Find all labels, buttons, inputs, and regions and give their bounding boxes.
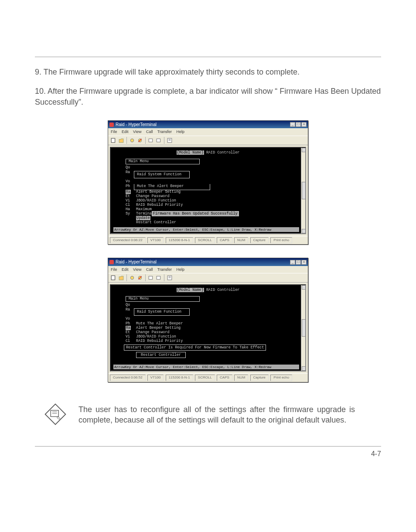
scrollbar[interactable]: ▴ ▾ (301, 148, 306, 233)
status-emulation: VT100 (147, 375, 164, 381)
maximize-button[interactable]: □ (296, 122, 301, 127)
open-icon[interactable] (118, 274, 125, 281)
menu-call[interactable]: Call (146, 267, 153, 272)
menu-transfer[interactable]: Transfer (157, 130, 172, 134)
status-connected: Connected 0:06:52 (110, 375, 146, 381)
minimize-button[interactable]: _ (290, 260, 295, 265)
svg-point-1 (130, 139, 133, 142)
menu-stubs: Qu Ra Raid System Function Vo Ph Mute Th… (126, 165, 303, 190)
scroll-up-icon[interactable]: ▴ (302, 285, 306, 290)
menubar: File Edit View Call Transfer Help (108, 128, 308, 135)
status-capture: Capture (250, 375, 269, 381)
status-capture: Capture (250, 237, 269, 244)
menubar: File Edit View Call Transfer Help (108, 266, 308, 273)
menu-edit[interactable]: Edit (122, 130, 129, 134)
item-maximum: Maximum (136, 207, 152, 211)
item-restart-controller: Restart Controller (136, 352, 186, 358)
close-button[interactable]: × (301, 122, 307, 127)
menu-file[interactable]: File (111, 267, 117, 272)
status-emulation: VT100 (147, 237, 164, 244)
properties-icon[interactable] (166, 274, 173, 281)
svg-rect-0 (111, 138, 115, 143)
terminal-area: ▴ ▾ {Model Name} RAID Controller Main Me… (110, 284, 306, 372)
svg-rect-5 (157, 139, 160, 142)
status-caps: CAPS (217, 375, 232, 381)
term-header: {Model Name} RAID Controller (113, 288, 303, 293)
note-icon (44, 402, 70, 429)
raid-system-function-box: Raid System Function (134, 171, 190, 178)
scrollbar[interactable]: ▴ ▾ (301, 285, 306, 371)
disconnect-icon[interactable] (136, 274, 143, 281)
controller-label: RAID Controller (204, 150, 240, 155)
status-baud: 115200 8-N-1 (166, 237, 193, 244)
svg-point-10 (130, 276, 133, 279)
receive-icon[interactable] (155, 137, 162, 144)
titlebar: Raid - HyperTerminal _ □ × (108, 258, 308, 266)
term-footer-hint: ArrowKey Or AZ:Move Cursor, Enter:Select… (113, 227, 299, 232)
status-scroll: SCROLL (195, 237, 215, 244)
minimize-button[interactable]: _ (290, 122, 295, 127)
new-icon[interactable] (110, 274, 117, 281)
item-jbod: JBOD/RAID Function (136, 334, 176, 339)
new-icon[interactable] (110, 137, 117, 144)
send-icon[interactable] (147, 137, 154, 144)
item-mute: Mute The Alert Beeper (137, 184, 207, 189)
properties-icon[interactable] (166, 137, 173, 144)
call-icon[interactable] (129, 274, 136, 281)
menu-help[interactable]: Help (177, 130, 185, 134)
restart-required-message: Restart Controller Is Required For New F… (124, 344, 266, 351)
menu-transfer[interactable]: Transfer (157, 267, 172, 272)
menu-edit[interactable]: Edit (122, 267, 129, 272)
scroll-down-icon[interactable]: ▾ (302, 366, 306, 371)
window-title: Raid - HyperTerminal (116, 259, 157, 265)
disconnect-icon[interactable] (136, 137, 143, 144)
item-jbod: JBOD/RAID Function (136, 198, 176, 203)
menu-help[interactable]: Help (177, 267, 185, 272)
item-termina: Termina (136, 211, 152, 216)
status-num: NUM (234, 237, 248, 244)
model-name-placeholder: {Model Name} (177, 150, 204, 155)
item-mute: Mute The Alert Beeper (136, 321, 183, 326)
term-header: {Model Name} RAID Controller (113, 150, 303, 155)
note-block: The user has to reconfigure all of the s… (44, 404, 381, 429)
window-title: Raid - HyperTerminal (116, 122, 157, 128)
menu-call[interactable]: Call (146, 130, 153, 134)
scroll-up-icon[interactable]: ▴ (302, 148, 306, 152)
top-rule (35, 57, 381, 57)
close-button[interactable]: × (301, 260, 307, 265)
hyperterminal-window-2: Raid - HyperTerminal _ □ × File Edit Vie… (108, 258, 308, 382)
menu-view[interactable]: View (133, 267, 141, 272)
main-menu-title: Main Menu (129, 297, 197, 301)
menu-stubs: Qu Ra Raid System Function Vo Ph Mute Th… (126, 303, 303, 326)
svg-rect-14 (157, 276, 160, 279)
titlebar: Raid - HyperTerminal _ □ × (108, 121, 308, 129)
controller-label: RAID Controller (204, 288, 240, 292)
status-connected: Connected 0:06:22 (110, 237, 146, 244)
main-menu-box: Main Menu (126, 296, 200, 302)
app-icon (109, 123, 114, 127)
svg-marker-18 (45, 404, 66, 424)
item-rebuild-priority: RAID Rebuild Priority (136, 339, 183, 343)
status-bar: Connected 0:06:52 VT100 115200 8-N-1 SCR… (108, 373, 308, 382)
call-icon[interactable] (129, 137, 136, 144)
menu-view[interactable]: View (133, 130, 141, 134)
item-restart-controller: Restart Controller (136, 220, 176, 225)
step-9-text: 9. The Firmware upgrade will take approx… (35, 67, 381, 77)
menu-file[interactable]: File (111, 130, 117, 134)
svg-rect-4 (149, 139, 152, 142)
terminal-area: ▴ ▾ {Model Name} RAID Controller Main Me… (110, 147, 306, 234)
scroll-down-icon[interactable]: ▾ (302, 229, 306, 233)
receive-icon[interactable] (155, 274, 162, 281)
scroll-thumb[interactable] (302, 319, 306, 337)
toolbar (108, 136, 308, 145)
send-icon[interactable] (147, 274, 154, 281)
step-10-text: 10. After the Firmware upgrade is comple… (35, 86, 381, 107)
toolbar (108, 273, 308, 283)
open-icon[interactable] (118, 137, 125, 144)
item-alert-beeper: Alert Beeper Setting (136, 326, 181, 330)
maximize-button[interactable]: □ (296, 260, 301, 265)
raid-system-function-box: Raid System Function (134, 308, 190, 316)
scroll-thumb[interactable] (302, 182, 306, 199)
status-echo: Print echo (270, 375, 292, 381)
item-change-password: Change Password (136, 194, 170, 198)
